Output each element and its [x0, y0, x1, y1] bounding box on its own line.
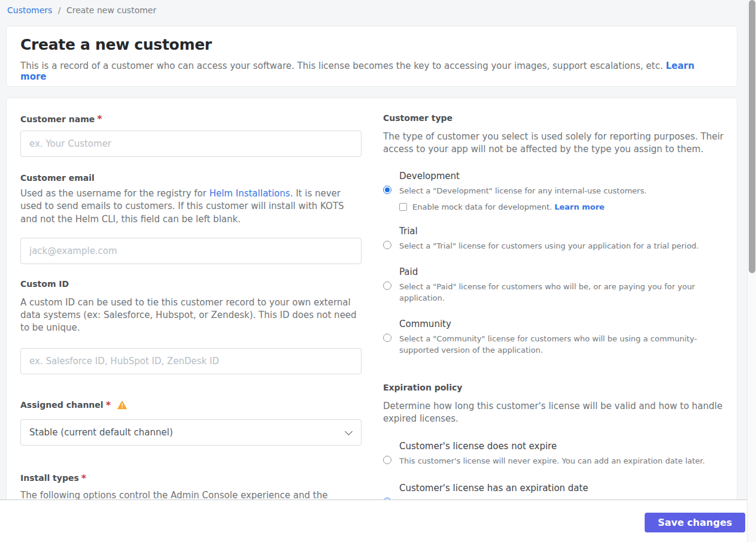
page-header-card: Create a new customer This is a record o… — [6, 26, 737, 87]
expiration-option-no-expire: Customer's license does not expire This … — [383, 441, 724, 467]
required-asterisk: * — [106, 399, 111, 411]
mock-data-learn-more-link[interactable]: Learn more — [554, 202, 605, 211]
option-label-community: Community — [399, 319, 724, 329]
customer-form-card: Customer name * Customer email Used as t… — [6, 98, 737, 506]
customer-email-label: Customer email — [20, 173, 362, 183]
customer-name-input[interactable] — [20, 131, 362, 157]
customer-type-option-development: Development Select a "Development" licen… — [383, 171, 724, 212]
page-description: This is a record of a customer who can a… — [20, 60, 723, 82]
customer-email-input[interactable] — [20, 238, 362, 264]
custom-id-label: Custom ID — [20, 279, 362, 289]
mock-data-label: Enable mock data for development. — [412, 202, 552, 211]
customer-email-description: Used as the username for the registry fo… — [20, 187, 362, 226]
customer-type-label: Customer type — [383, 113, 724, 123]
required-asterisk: * — [97, 113, 102, 125]
customer-type-option-community: Community Select a "Community" license f… — [383, 319, 724, 356]
option-label-trial: Trial — [399, 226, 724, 237]
breadcrumb-current: Create new customer — [66, 5, 156, 15]
custom-id-description: A custom ID can be used to tie this cust… — [20, 296, 362, 335]
customer-name-section: Customer name * — [20, 113, 362, 157]
option-desc-trial: Select a "Trial" license for customers u… — [399, 240, 724, 252]
option-desc-no-expire: This customer's license will never expir… — [399, 455, 724, 467]
form-left-column: Customer name * Customer email Used as t… — [20, 113, 362, 490]
expiration-policy-description: Determine how long this customer's licen… — [383, 400, 724, 426]
customer-type-description: The type of customer you select is used … — [383, 131, 724, 156]
option-label-no-expire: Customer's license does not expire — [399, 441, 724, 452]
customer-type-option-trial: Trial Select a "Trial" license for custo… — [383, 226, 724, 252]
save-changes-button[interactable]: Save changes — [645, 513, 745, 532]
email-desc-before: Used as the username for the registry fo… — [20, 188, 210, 199]
radio-paid[interactable] — [383, 281, 391, 290]
page-title: Create a new customer — [20, 36, 723, 53]
customer-type-option-paid: Paid Select a "Paid" license for custome… — [383, 267, 724, 304]
required-asterisk: * — [81, 473, 86, 484]
helm-installations-link[interactable]: Helm Installations — [210, 188, 290, 199]
mock-data-row: Enable mock data for development. Learn … — [399, 202, 724, 211]
customer-type-section: Customer type The type of customer you s… — [383, 113, 724, 356]
custom-id-section: Custom ID A custom ID can be used to tie… — [20, 279, 362, 374]
radio-trial[interactable] — [383, 241, 391, 249]
radio-development[interactable] — [383, 186, 391, 194]
assigned-channel-select[interactable]: Stable (current default channel) — [20, 419, 362, 446]
option-label-development: Development — [399, 171, 724, 181]
option-desc-community: Select a "Community" license for custome… — [399, 333, 724, 356]
option-label-has-date: Customer's license has an expiration dat… — [399, 483, 724, 493]
option-label-paid: Paid — [399, 267, 724, 277]
footer-bar: Save changes — [0, 499, 747, 542]
scrollbar-thumb[interactable] — [749, 0, 755, 273]
custom-id-input[interactable] — [20, 348, 362, 374]
breadcrumb: Customers / Create new customer — [7, 5, 156, 15]
mock-data-checkbox[interactable] — [399, 203, 407, 211]
form-right-column: Customer type The type of customer you s… — [383, 113, 724, 490]
option-desc-paid: Select a "Paid" license for customers wh… — [399, 281, 724, 304]
page-description-text: This is a record of a customer who can a… — [20, 60, 663, 71]
breadcrumb-separator: / — [58, 5, 61, 15]
radio-community[interactable] — [383, 334, 391, 342]
assigned-channel-section: Assigned channel * Stable (current defau… — [20, 399, 362, 446]
assigned-channel-label: Assigned channel — [20, 400, 104, 410]
expiration-policy-section: Expiration policy Determine how long thi… — [383, 383, 724, 509]
customer-email-section: Customer email Used as the username for … — [20, 173, 362, 264]
scrollbar-track[interactable] — [747, 0, 756, 542]
expiration-policy-label: Expiration policy — [383, 383, 724, 392]
install-types-label: Install types — [20, 473, 79, 483]
warning-icon — [117, 400, 127, 410]
customer-name-label: Customer name — [20, 114, 95, 124]
radio-no-expire[interactable] — [383, 456, 391, 464]
breadcrumb-customers-link[interactable]: Customers — [7, 5, 52, 15]
option-desc-development: Select a "Development" license for any i… — [399, 185, 724, 197]
